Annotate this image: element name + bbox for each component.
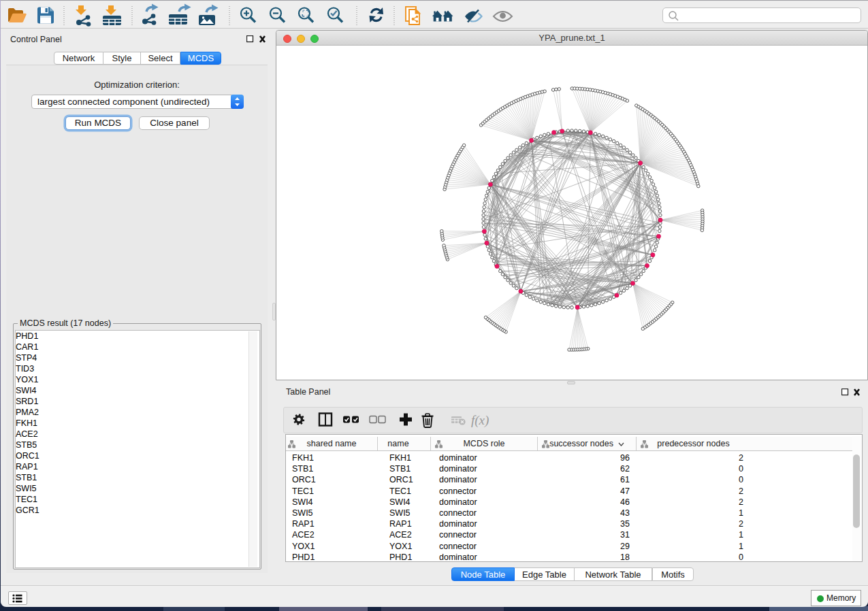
svg-text:f(x): f(x): [471, 413, 489, 428]
